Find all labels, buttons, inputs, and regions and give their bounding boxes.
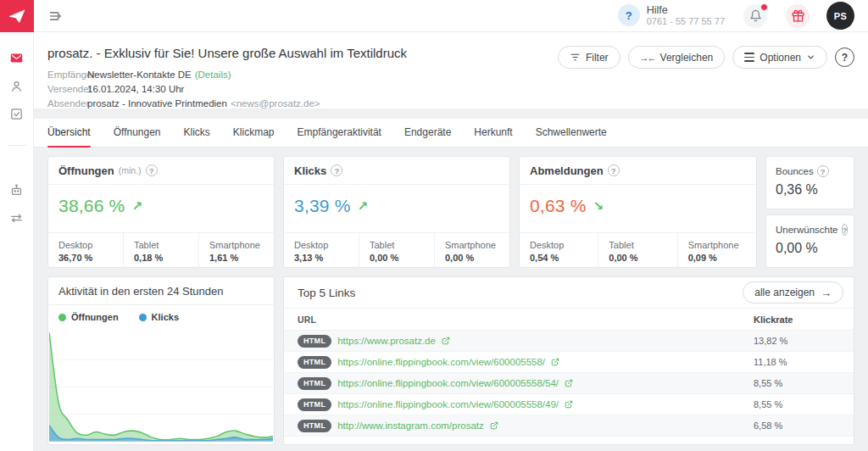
- sender-email: <news@prosatz.de>: [231, 98, 320, 109]
- meta-value: 16.01.2024, 14:30 Uhr: [87, 84, 184, 94]
- click-rate: 11,18 %: [754, 357, 854, 367]
- info-icon[interactable]: ?: [608, 164, 620, 176]
- click-rate: 8,55 %: [754, 399, 854, 409]
- card-qualifier: (min.): [119, 165, 142, 175]
- rewards-button[interactable]: [786, 4, 810, 28]
- link-row: HTML https://online.flippingbook.com/vie…: [284, 352, 854, 373]
- info-icon[interactable]: ?: [331, 164, 342, 176]
- sidebar-item-recipients[interactable]: [0, 72, 34, 100]
- external-link-icon[interactable]: [565, 379, 573, 387]
- report-tabs: Übersicht Öffnungen Klicks Klickmap Empf…: [34, 119, 868, 148]
- link-row: HTML https://www.prosatz.de 13,82 %: [284, 331, 854, 352]
- help-button[interactable]: ? Hilfe 0761 - 55 77 55 77: [618, 4, 725, 27]
- link-url[interactable]: https://online.flippingbook.com/view/600…: [337, 378, 559, 388]
- activity-chart-card: Aktivität in den ersten 24 Stunden Öffnu…: [47, 276, 275, 445]
- sidebar-collapse-icon[interactable]: [47, 8, 64, 25]
- spam-value: 0,00 %: [776, 241, 844, 256]
- filter-icon: [570, 52, 581, 63]
- stat-tablet: Tablet 0,00 %: [598, 233, 676, 270]
- info-icon[interactable]: ?: [146, 164, 158, 176]
- main-area: prosatz. - Exklusiv für Sie! Unsere groß…: [34, 32, 868, 451]
- links-table-header: URL Klickrate: [284, 309, 854, 331]
- check-square-icon: [9, 107, 24, 121]
- help-label: Hilfe: [647, 4, 725, 16]
- stat-smartphone: Smartphone 0,09 %: [677, 233, 756, 270]
- metric-cards-row: Öffnungen (min.) ? 38,66 % ↗ Desktop 36,…: [47, 156, 854, 268]
- chevron-down-icon: [806, 53, 815, 62]
- sidebar-item-forms[interactable]: [0, 100, 34, 128]
- notification-badge: [760, 3, 768, 11]
- card-title: Bounces: [776, 166, 814, 176]
- spam-card: Unerwünschte ? 0,00 %: [765, 214, 854, 268]
- legend-clicks: Klicks: [139, 312, 179, 322]
- topbar: ? Hilfe 0761 - 55 77 55 77 PS: [0, 0, 868, 32]
- clicks-card: Klicks ? 3,39 % ↗ Desktop 3,13 % Tab: [283, 156, 510, 268]
- meta-sender: Absender prosatz - Innovative Printmedie…: [47, 98, 854, 109]
- help-phone: 0761 - 55 77 55 77: [647, 16, 725, 27]
- options-button[interactable]: Optionen: [732, 46, 827, 69]
- bottom-row: Aktivität in den ersten 24 Stunden Öffnu…: [47, 276, 854, 445]
- user-avatar[interactable]: PS: [826, 2, 854, 30]
- external-link-icon[interactable]: [442, 337, 450, 345]
- external-link-icon[interactable]: [565, 400, 573, 409]
- trend-up-icon: ↗: [358, 198, 369, 214]
- menu-icon: [744, 53, 754, 61]
- compare-icon: →←: [640, 53, 655, 63]
- legend-dot-blue: [139, 314, 147, 321]
- click-rate: 13,82 %: [754, 336, 854, 346]
- info-icon[interactable]: ?: [842, 224, 849, 236]
- tab-schwellenwerte[interactable]: Schwellenwerte: [536, 119, 607, 147]
- link-url[interactable]: http://www.instagram.com/prosatz: [337, 420, 484, 431]
- paper-plane-icon: [8, 7, 26, 25]
- info-icon[interactable]: ?: [817, 165, 829, 177]
- top-links-title: Top 5 Links: [298, 287, 355, 299]
- brand-logo[interactable]: [0, 0, 34, 32]
- tab-klickmap[interactable]: Klickmap: [233, 119, 275, 147]
- bounces-value: 0,36 %: [776, 182, 844, 198]
- notifications-button[interactable]: [743, 4, 767, 28]
- gift-icon: [792, 9, 804, 22]
- tab-endgeraete[interactable]: Endgeräte: [404, 119, 451, 147]
- sidebar-item-transactions[interactable]: [0, 204, 34, 232]
- tab-klicks[interactable]: Klicks: [184, 119, 210, 147]
- link-url[interactable]: https://online.flippingbook.com/view/600…: [337, 399, 559, 409]
- link-url[interactable]: https://www.prosatz.de: [337, 336, 436, 346]
- meta-value: prosatz - Innovative Printmedien: [87, 98, 227, 109]
- show-all-button[interactable]: alle anzeigen →: [743, 281, 843, 303]
- filter-button[interactable]: Filter: [558, 46, 620, 69]
- external-link-icon[interactable]: [490, 421, 498, 430]
- options-label: Optionen: [760, 52, 801, 64]
- header-actions: Filter →← Vergleichen Optionen ?: [558, 46, 854, 69]
- sidebar-item-automation[interactable]: [0, 176, 34, 204]
- tab-oeffnungen[interactable]: Öffnungen: [114, 119, 161, 147]
- link-url[interactable]: https://online.flippingbook.com/view/600…: [337, 357, 545, 367]
- top-links-card: Top 5 Links alle anzeigen → URL Klickrat…: [283, 276, 854, 445]
- tab-empfaengeraktivitaet[interactable]: Empfängeraktivität: [298, 119, 381, 147]
- clicks-value: 3,39 %: [294, 196, 351, 216]
- details-link[interactable]: (Details): [195, 70, 231, 80]
- stat-tablet: Tablet 0,18 %: [123, 233, 198, 270]
- click-rate: 6,58 %: [754, 420, 854, 431]
- external-link-icon[interactable]: [551, 358, 559, 366]
- tab-herkunft[interactable]: Herkunft: [474, 119, 512, 147]
- trend-up-icon: ↗: [131, 198, 142, 214]
- meta-label: Empfänger: [47, 70, 87, 80]
- stat-smartphone: Smartphone 0,00 %: [434, 233, 509, 270]
- report-content: Öffnungen (min.) ? 38,66 % ↗ Desktop 36,…: [34, 148, 868, 445]
- compare-label: Vergleichen: [660, 52, 714, 64]
- swap-arrows-icon: [9, 211, 24, 226]
- compare-button[interactable]: →← Vergleichen: [628, 46, 726, 69]
- unsubscribes-card: Abmeldungen ? 0,63 % ↘ Desktop 0,54 %: [519, 156, 757, 268]
- sidebar-divider: [8, 145, 26, 146]
- bell-icon: [749, 9, 762, 22]
- html-badge: HTML: [298, 356, 331, 369]
- header-help-icon[interactable]: ?: [835, 47, 854, 67]
- card-title: Abmeldungen: [530, 164, 604, 177]
- column-klickrate: Klickrate: [754, 315, 854, 325]
- meta-label: Versendet: [47, 84, 87, 94]
- help-icon: ?: [618, 4, 640, 26]
- meta-recipients: Empfänger Newsletter-Kontakte DE (Detail…: [47, 70, 854, 80]
- sidebar-item-mailings[interactable]: [0, 44, 34, 72]
- click-rate: 8,55 %: [754, 378, 854, 388]
- tab-uebersicht[interactable]: Übersicht: [47, 119, 91, 147]
